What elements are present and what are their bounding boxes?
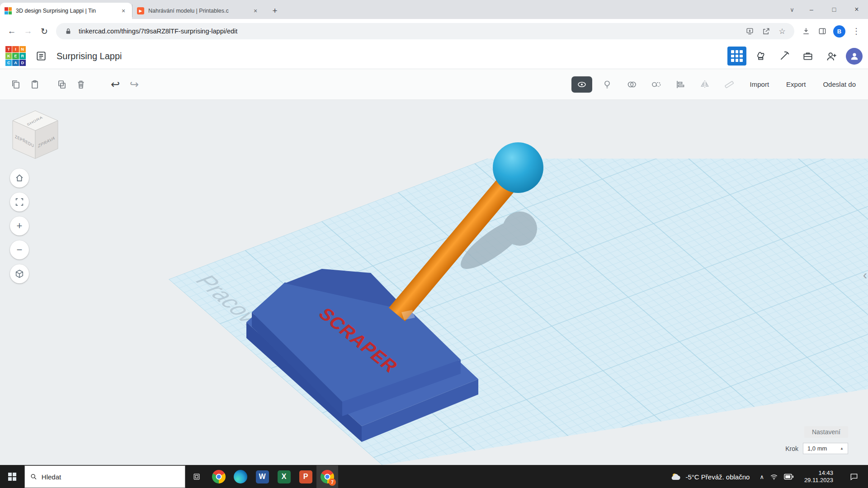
forward-icon[interactable]: →	[20, 23, 36, 39]
wifi-icon[interactable]	[770, 473, 778, 481]
zoom-in-button[interactable]: +	[10, 216, 29, 235]
home-view-button[interactable]	[10, 169, 29, 188]
window-maximize-button[interactable]: □	[823, 0, 845, 19]
view-cube[interactable]: SHORA ZEPŘEDU ZPRAVA	[10, 108, 61, 161]
import-button[interactable]: Import	[744, 77, 775, 92]
tinkercad-favicon	[5, 7, 12, 14]
cloudy-icon	[670, 471, 681, 482]
side-panel-icon[interactable]	[814, 23, 830, 39]
tab-close-icon[interactable]: ×	[119, 7, 127, 15]
send-to-button[interactable]: Odeslat do	[817, 77, 862, 92]
show-all-eye-button[interactable]	[571, 76, 592, 93]
taskbar-clock[interactable]: 14:43 29.11.2023	[800, 469, 838, 484]
start-button[interactable]	[0, 465, 24, 488]
omnibox[interactable]: tinkercad.com/things/7t9saRZ8lTF-surpris…	[56, 23, 794, 39]
mirror-icon[interactable]	[695, 75, 714, 94]
redo-icon[interactable]: ↪	[125, 75, 144, 94]
taskbar-excel-icon[interactable]: X	[273, 465, 295, 488]
logo-letter: D	[19, 60, 26, 66]
account-avatar[interactable]	[846, 48, 863, 65]
ungroup-icon[interactable]	[646, 75, 665, 94]
tab-printables[interactable]: ▶ Nahrávání modelu | Printables.c ×	[132, 5, 264, 17]
tab-title: 3D design Surprising Lappi | Tin	[16, 8, 115, 14]
excel-icon: X	[278, 470, 291, 483]
taskbar-edge-icon[interactable]	[230, 465, 251, 488]
workplane[interactable]: Pracovní plocha	[76, 100, 868, 465]
window-close-button[interactable]: ×	[845, 0, 868, 19]
delete-icon[interactable]	[71, 75, 90, 94]
design-title[interactable]: Surprising Lappi	[57, 51, 122, 61]
logo-letter: E	[12, 53, 19, 59]
lock-icon[interactable]	[62, 25, 74, 37]
tab-search-icon[interactable]: ∨	[784, 0, 800, 19]
search-input[interactable]	[42, 473, 179, 481]
fit-view-button[interactable]	[10, 192, 29, 211]
group-icon[interactable]	[622, 75, 641, 94]
battery-icon[interactable]	[784, 473, 794, 480]
new-tab-button[interactable]: +	[269, 5, 281, 17]
taskbar-search[interactable]	[24, 465, 185, 488]
export-button[interactable]: Export	[780, 77, 811, 92]
mitt-icon[interactable]	[752, 47, 770, 65]
url-text[interactable]: tinkercad.com/things/7t9saRZ8lTF-surpris…	[79, 28, 739, 35]
bookmark-star-icon[interactable]: ☆	[776, 25, 788, 37]
copy-icon[interactable]	[6, 75, 25, 94]
tab-close-icon[interactable]: ×	[251, 7, 259, 15]
duplicate-icon[interactable]	[52, 75, 71, 94]
minecraft-pickaxe-icon[interactable]	[775, 47, 793, 65]
model-ball[interactable]	[493, 142, 543, 193]
tab-tinkercad[interactable]: 3D design Surprising Lappi | Tin ×	[0, 3, 132, 19]
window-minimize-button[interactable]: –	[800, 0, 823, 19]
tab-title: Nahrávání modelu | Printables.c	[148, 8, 247, 14]
ruler-icon[interactable]	[720, 75, 739, 94]
blocks-view-button[interactable]	[727, 47, 746, 66]
taskbar-chrome-icon[interactable]	[208, 465, 230, 488]
taskbar-weather[interactable]: -5°C Převáž. oblačno	[664, 465, 756, 488]
design-menu-icon[interactable]	[32, 47, 50, 65]
settings-button[interactable]: Nastavení	[804, 426, 848, 438]
logo-letter: T	[5, 46, 12, 52]
design-canvas[interactable]: Pracovní plocha SCRA	[0, 100, 868, 465]
logo-letter: R	[19, 53, 26, 59]
logo-letter: N	[19, 46, 26, 52]
taskbar-word-icon[interactable]: W	[251, 465, 273, 488]
reload-icon[interactable]: ↻	[36, 23, 52, 39]
screen: 3D design Surprising Lappi | Tin × ▶ Nah…	[0, 0, 868, 488]
perspective-toggle-button[interactable]	[10, 264, 29, 283]
scene-3d[interactable]: Pracovní plocha SCRA	[0, 100, 868, 465]
download-icon[interactable]	[798, 23, 814, 39]
logo-letter: C	[5, 60, 12, 66]
clock-date: 29.11.2023	[804, 477, 833, 484]
zoom-out-button[interactable]: −	[10, 240, 29, 259]
action-center-button[interactable]	[844, 472, 864, 481]
share-icon[interactable]	[760, 25, 772, 37]
install-app-icon[interactable]	[744, 25, 755, 37]
tinkercad-logo[interactable]: TIN KER CAD	[5, 46, 26, 66]
system-tray: ∧ 14:43 29.11.2023	[756, 465, 868, 488]
logo-letter: I	[12, 46, 19, 52]
toolbar-right: Import Export Odeslat do	[571, 75, 862, 94]
lightbulb-icon[interactable]	[598, 75, 617, 94]
browser-profile-avatar[interactable]: B	[833, 25, 845, 38]
browser-menu-icon[interactable]: ⋮	[848, 23, 864, 39]
edit-toolbar: ↩ ↪ Import Export	[0, 69, 868, 100]
tray-expand-icon[interactable]: ∧	[760, 474, 764, 480]
search-icon	[30, 473, 37, 480]
chrome-icon	[212, 470, 226, 483]
powerpoint-icon: P	[299, 470, 312, 483]
align-icon[interactable]	[671, 75, 690, 94]
shape-panel-toggle[interactable]: ‹	[863, 268, 867, 282]
taskbar-powerpoint-icon[interactable]: P	[295, 465, 316, 488]
task-view-button[interactable]	[185, 465, 208, 488]
snap-grid-select[interactable]: 1,0 mm ▲	[803, 443, 848, 454]
taskbar-browser-active-icon[interactable]: 7	[316, 465, 338, 488]
logo-letter: A	[12, 60, 19, 66]
add-collaborator-icon[interactable]	[822, 47, 840, 65]
bricks-icon[interactable]	[799, 47, 817, 65]
tinkercad-header: TIN KER CAD Surprising Lappi	[0, 43, 868, 69]
paste-icon[interactable]	[25, 75, 44, 94]
snap-grid-label: Krok	[785, 445, 798, 452]
grid-settings: Nastavení Krok 1,0 mm ▲	[785, 426, 848, 454]
undo-icon[interactable]: ↩	[106, 75, 125, 94]
back-icon[interactable]: ←	[4, 23, 20, 39]
